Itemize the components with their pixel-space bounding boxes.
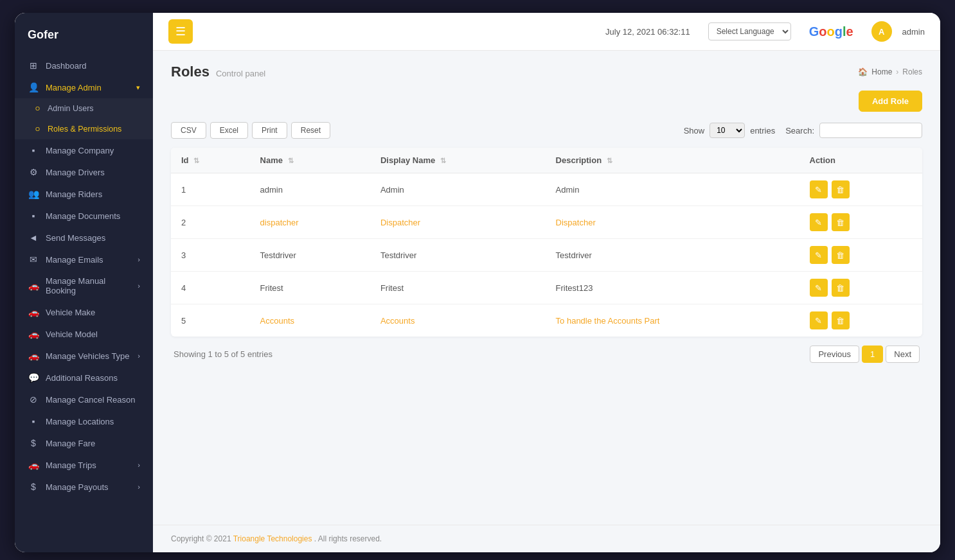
col-display-name: Display Name ⇅: [370, 148, 546, 173]
table-row: 5 Accounts Accounts To handle the Accoun…: [171, 304, 922, 337]
datetime-display: July 12, 2021 06:32:11: [605, 27, 690, 37]
sidebar-item-send-messages[interactable]: ◄ Send Messages: [15, 227, 153, 249]
sidebar-item-manage-emails[interactable]: ✉ Manage Emails ›: [15, 249, 153, 270]
entries-select[interactable]: 10 25 50 100: [710, 123, 745, 138]
cell-action: ✎ 🗑: [799, 304, 923, 337]
add-role-button[interactable]: Add Role: [859, 91, 922, 112]
table-row: 4 Fritest Fritest Fritest123 ✎ 🗑: [171, 272, 922, 304]
messages-icon: ◄: [28, 232, 39, 243]
page-1-button[interactable]: 1: [862, 346, 883, 363]
breadcrumb-home-icon: 🏠: [858, 67, 868, 76]
cell-description[interactable]: Dispatcher: [546, 206, 799, 239]
table-row: 3 Testdriver Testdriver Testdriver ✎ 🗑: [171, 239, 922, 272]
sidebar-item-vehicle-make[interactable]: 🚗 Vehicle Make: [15, 301, 153, 323]
table-row: 2 dispatcher Dispatcher Dispatcher ✎ 🗑: [171, 206, 922, 239]
sidebar-submenu-admin: Admin Users Roles & Permissions: [15, 98, 153, 139]
cell-display-name[interactable]: Accounts: [370, 304, 546, 337]
content-area: Roles Control panel 🏠 Home › Roles Add R…: [153, 51, 940, 525]
menu-button[interactable]: ☰: [168, 19, 193, 44]
main-area: ☰ July 12, 2021 06:32:11 Select Language…: [153, 13, 940, 552]
previous-button[interactable]: Previous: [810, 346, 859, 363]
sidebar-item-manage-drivers[interactable]: ⚙ Manage Drivers: [15, 161, 153, 183]
edit-button[interactable]: ✎: [810, 279, 828, 297]
chevron-down-icon: ▾: [136, 83, 140, 92]
delete-button[interactable]: 🗑: [832, 246, 850, 264]
breadcrumb-home-link[interactable]: Home: [871, 67, 892, 76]
sidebar-item-manage-fare[interactable]: $ Manage Fare: [15, 432, 153, 454]
sidebar-item-label: Manage Emails: [46, 255, 103, 265]
edit-button[interactable]: ✎: [810, 180, 828, 198]
excel-button[interactable]: Excel: [210, 122, 248, 139]
sidebar-item-roles-permissions[interactable]: Roles & Permissions: [15, 119, 153, 139]
sidebar-item-label: Admin Users: [48, 104, 94, 113]
csv-button[interactable]: CSV: [171, 122, 206, 139]
locations-icon: ▪: [28, 416, 39, 426]
edit-button[interactable]: ✎: [810, 311, 828, 329]
cell-description: Testdriver: [546, 239, 799, 272]
sidebar-item-manage-payouts[interactable]: $ Manage Payouts ›: [15, 476, 153, 498]
company-link[interactable]: Trioangle Technologies: [233, 534, 312, 543]
sidebar-item-dashboard[interactable]: ⊞ Dashboard: [15, 55, 153, 76]
reset-button[interactable]: Reset: [291, 122, 330, 139]
sort-icon: ⇅: [440, 157, 446, 164]
sidebar-item-label: Manage Documents: [46, 211, 120, 221]
copyright-text: Copyright © 2021: [171, 534, 231, 543]
sidebar-item-manage-trips[interactable]: 🚗 Manage Trips ›: [15, 454, 153, 476]
cell-display-name[interactable]: Dispatcher: [370, 206, 546, 239]
cell-name: Fritest: [250, 272, 370, 304]
cancel-reason-icon: ⊘: [28, 394, 39, 405]
cell-description[interactable]: To handle the Accounts Part: [546, 304, 799, 337]
sort-icon: ⇅: [607, 157, 612, 164]
delete-button[interactable]: 🗑: [832, 311, 850, 329]
language-select[interactable]: Select Language: [708, 22, 791, 40]
cell-id: 4: [171, 272, 250, 304]
entries-label: entries: [750, 126, 775, 136]
cell-name: admin: [250, 173, 370, 206]
pagination: Previous 1 Next: [810, 346, 920, 363]
delete-button[interactable]: 🗑: [832, 279, 850, 297]
sidebar-item-label: Dashboard: [46, 61, 87, 71]
sidebar-item-admin-users[interactable]: Admin Users: [15, 98, 153, 119]
sidebar-item-manage-cancel-reason[interactable]: ⊘ Manage Cancel Reason: [15, 389, 153, 410]
cell-action: ✎ 🗑: [799, 239, 923, 272]
col-name: Name ⇅: [250, 148, 370, 173]
cell-name[interactable]: Accounts: [250, 304, 370, 337]
table-toolbar: CSV Excel Print Reset Show 10 25 50 100: [171, 122, 922, 139]
showing-text: Showing 1 to 5 of 5 entries: [174, 349, 272, 359]
delete-button[interactable]: 🗑: [832, 180, 850, 198]
sidebar-item-manage-locations[interactable]: ▪ Manage Locations: [15, 410, 153, 432]
sidebar-item-manage-admin[interactable]: 👤 Manage Admin ▾: [15, 76, 153, 98]
sidebar-item-manage-documents[interactable]: ▪ Manage Documents: [15, 205, 153, 227]
sidebar-item-manage-riders[interactable]: 👥 Manage Riders: [15, 183, 153, 205]
topbar: ☰ July 12, 2021 06:32:11 Select Language…: [153, 13, 940, 51]
sidebar-item-additional-reasons[interactable]: 💬 Additional Reasons: [15, 367, 153, 389]
sidebar-item-label: Send Messages: [46, 233, 105, 243]
page-title: Roles: [171, 64, 210, 80]
next-button[interactable]: Next: [886, 346, 920, 363]
sidebar-item-manage-manual-booking[interactable]: 🚗 Manage Manual Booking ›: [15, 270, 153, 301]
sidebar-item-label: Manage Fare: [46, 439, 95, 448]
sidebar-item-label: Manage Vehicles Type: [46, 351, 130, 361]
cell-name[interactable]: dispatcher: [250, 206, 370, 239]
edit-button[interactable]: ✎: [810, 246, 828, 264]
search-label: Search:: [785, 126, 814, 136]
sidebar-item-manage-vehicles-type[interactable]: 🚗 Manage Vehicles Type ›: [15, 345, 153, 367]
sidebar-item-vehicle-model[interactable]: 🚗 Vehicle Model: [15, 323, 153, 345]
search-input[interactable]: [819, 123, 922, 138]
sidebar-item-manage-company[interactable]: ▪ Manage Company: [15, 139, 153, 161]
company-icon: ▪: [28, 145, 39, 155]
cell-display-name: Testdriver: [370, 239, 546, 272]
additional-reasons-icon: 💬: [28, 372, 39, 383]
col-action: Action: [799, 148, 923, 173]
chevron-right-icon: ›: [138, 256, 140, 263]
sidebar: Gofer ⊞ Dashboard 👤 Manage Admin ▾ Admin…: [15, 13, 153, 552]
print-button[interactable]: Print: [252, 122, 287, 139]
riders-icon: 👥: [28, 189, 39, 199]
breadcrumb-current: Roles: [902, 67, 922, 76]
edit-button[interactable]: ✎: [810, 213, 828, 231]
table-row: 1 admin Admin Admin ✎ 🗑: [171, 173, 922, 206]
delete-button[interactable]: 🗑: [832, 213, 850, 231]
cell-id: 5: [171, 304, 250, 337]
sidebar-logo: Gofer: [15, 23, 153, 55]
cell-id: 3: [171, 239, 250, 272]
